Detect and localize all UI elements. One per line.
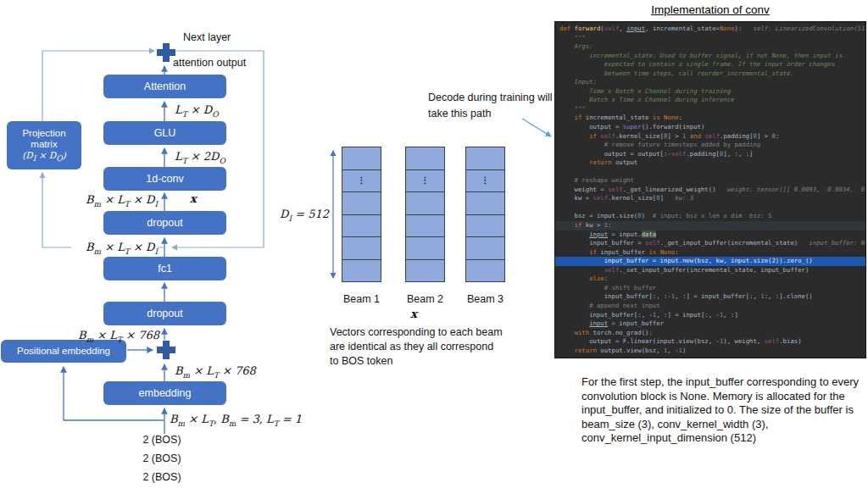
code-token: :, :].clone() (765, 292, 813, 300)
code-token: is (653, 114, 660, 121)
code-token: """ (559, 105, 586, 113)
code-token: .padding[ (686, 150, 720, 158)
code-line: Batch x Time x Channel during inference (559, 96, 865, 105)
code-token (559, 230, 589, 238)
code-token: , - (667, 347, 678, 354)
code-token: .kernel_size[ (608, 194, 656, 202)
beam-cell (405, 191, 445, 215)
code-line: if incremental_state is None: (559, 114, 865, 123)
dropout-lower-box: dropout (103, 302, 226, 325)
beam-column-3: ⋮ (465, 147, 505, 282)
code-token: input_buffer = (559, 239, 645, 247)
code-token: output = F.linear(input.view(bsz, - (559, 337, 720, 345)
shape-label-lt-2do: LT × 2DO (175, 150, 225, 165)
code-token: , :] (723, 311, 738, 319)
beam-label-3: Beam 3 (454, 293, 516, 305)
code-token (742, 212, 749, 219)
beam-label-2: Beam 2 (394, 293, 456, 305)
attention-box: Attention (103, 75, 226, 98)
code-line: input_buffer[:, -1, :] = input[:, -1, :] (559, 311, 865, 320)
code-token: , incremental_state= (645, 25, 720, 32)
code-token: # shift buffer (559, 284, 656, 291)
code-token: input (626, 25, 645, 32)
code-token: # append next input (559, 302, 660, 309)
code-token: ): (735, 25, 754, 32)
input-shape-label: Bm × LT, Bm = 3, LT = 1 (170, 413, 302, 428)
code-token: ] (660, 194, 676, 202)
beam-cell: ⋮ (342, 169, 381, 193)
code-token (559, 275, 589, 282)
code-token: """ (559, 34, 586, 42)
code-token: .padding[ (720, 132, 754, 140)
dropout-lower-label: dropout (147, 308, 182, 319)
code-token: weight = (559, 186, 608, 193)
code-panel-title: Implementation of conv (554, 3, 866, 16)
attention-output-label: attention output (173, 57, 246, 69)
code-token: torch.no_grad(): (589, 329, 653, 336)
projection-label-line2: matrix (31, 139, 57, 150)
code-line: if self.kernel_size[0] > 1 and self.padd… (559, 132, 865, 142)
code-token: self (645, 239, 660, 247)
code-token: : (608, 221, 611, 229)
code-token: is (648, 248, 656, 256)
code-line: weight = self._get_linearized_weight() w… (559, 186, 865, 195)
code-line: output = output[:-self.padding[0], :, :] (559, 150, 865, 159)
projection-label-line1: Projection (22, 128, 65, 139)
footer-note: For the first step, the input_buffer cor… (581, 375, 868, 446)
embedding-box-label: embedding (139, 387, 192, 399)
code-token: weight: tensor([[ 0.0093, -0.0034, 0.008 (727, 186, 866, 193)
code-token: Args: (559, 42, 593, 50)
code-token: input (589, 319, 608, 327)
code-token: Input: (559, 78, 597, 86)
code-token: return (589, 158, 611, 166)
code-token: ), weight, (723, 337, 764, 345)
beam-cell (405, 214, 445, 238)
x-label-conv: x (190, 192, 197, 205)
code-token: output = (559, 123, 623, 130)
code-token: input_buffer (597, 248, 649, 256)
code-line: return output.view(bsz, 1, -1) (559, 347, 865, 356)
code-line: # reshape weight (559, 176, 865, 186)
add-node-positional (157, 341, 175, 359)
code-line: # shift buffer (559, 284, 865, 293)
code-token: : (679, 114, 682, 121)
ellipsis-glyph: ⋮ (481, 176, 490, 185)
x-label-beams: x (410, 307, 417, 320)
slide-canvas: Attention GLU 1d-conv dropout fc1 dropou… (0, 0, 868, 494)
code-token: output = output[:- (559, 150, 671, 158)
code-token: ) (682, 347, 686, 354)
code-token: None (720, 25, 735, 32)
positional-embedding-label: Positional embedding (17, 346, 110, 357)
code-line: between time steps, call reorder_increme… (559, 69, 865, 79)
code-token: ().forward(input) (642, 123, 705, 130)
code-line: # remove future timesteps added by paddi… (559, 141, 865, 150)
code-editor-panel: def forward(self, input, incremental_sta… (554, 21, 866, 358)
shape-label-conv-input: Bm × LT × DI (71, 193, 158, 208)
code-token: None (664, 114, 679, 121)
beam-column-1: ⋮ (342, 147, 381, 282)
beam-column-2: ⋮ (405, 147, 445, 282)
code-token: ._get_input_buffer(incremental_state) (660, 239, 810, 247)
code-token (559, 319, 589, 327)
code-token: None (660, 248, 676, 256)
code-token: , :] = input_buffer[:, (675, 292, 760, 300)
code-line: """ (559, 34, 865, 43)
code-token: : (604, 275, 608, 282)
code-token: self (604, 266, 620, 274)
code-token: incremental_state (581, 114, 652, 121)
code-token: self (671, 150, 687, 158)
code-line (559, 168, 865, 177)
code-line: def forward(self, input, incremental_sta… (559, 25, 865, 34)
beam-cell (342, 147, 381, 170)
conv-box-label: 1d-conv (146, 173, 183, 185)
beam-cell (465, 259, 505, 283)
code-token: and (690, 132, 701, 140)
beam-cell (342, 214, 381, 238)
code-line: if input_buffer is None: (559, 248, 865, 258)
code-line: input_buffer[:, :-1, :] = input_buffer[:… (559, 292, 865, 302)
code-token: input_buffer[:, :- (559, 292, 671, 300)
code-line: input_buffer = self._get_input_buffer(in… (559, 239, 865, 248)
beam-cell (405, 259, 445, 283)
code-token: input_buffer[:, - (559, 311, 653, 319)
dropout-upper-box: dropout (103, 211, 226, 235)
